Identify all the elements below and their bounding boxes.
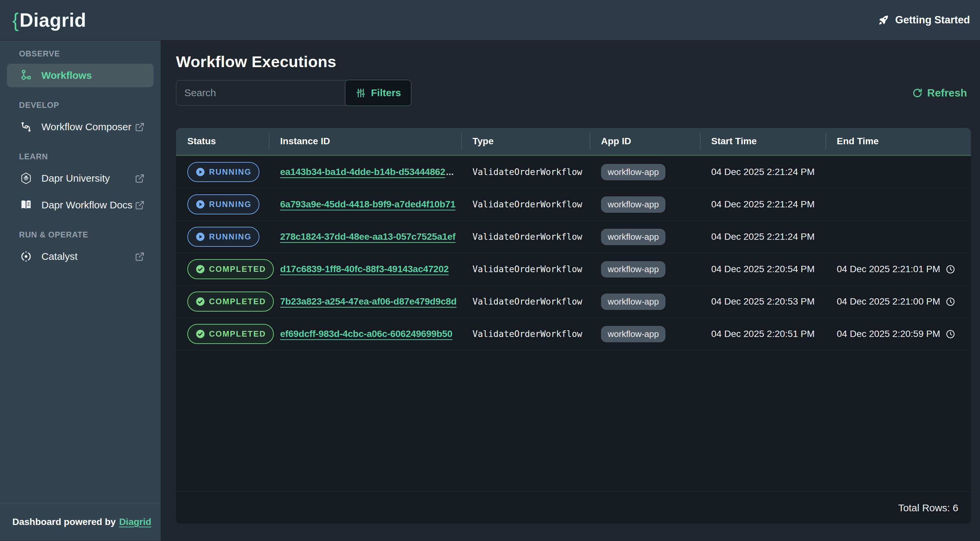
total-rows-label: Total Rows: 6 <box>898 502 958 514</box>
play-circle-icon <box>195 232 205 242</box>
end-time-value: 04 Dec 2025 2:21:01 PM <box>837 264 940 275</box>
status-cell: COMPLETED <box>176 291 269 312</box>
check-circle-icon <box>195 264 205 274</box>
sidebar-item-label: Workflow Composer <box>41 121 132 132</box>
app-id-cell: workflow-app <box>590 326 700 342</box>
start-time-cell: 04 Dec 2025 2:20:54 PM <box>700 264 826 275</box>
diagrid-footer-link[interactable]: Diagrid <box>119 517 151 527</box>
filters-button[interactable]: Filters <box>345 80 411 106</box>
search-input[interactable] <box>176 80 349 105</box>
status-label: COMPLETED <box>209 297 266 306</box>
main-content: Workflow Executions Filters <box>161 40 980 541</box>
refresh-button[interactable]: Refresh <box>912 87 967 99</box>
workflow-executions-table: Status Instance ID Type App ID Start Tim… <box>176 128 971 523</box>
column-header-end-time: End Time <box>826 128 971 154</box>
sidebar-section-learn: LEARN <box>0 152 161 161</box>
column-header-start-time: Start Time <box>700 128 826 154</box>
table-row: COMPLETED ef69dcff-983d-4cbc-a06c-606249… <box>176 318 971 350</box>
search-and-filters: Filters <box>176 80 411 106</box>
instance-id-link[interactable]: ea143b34-ba1d-4dde-b14b-d53444862 <box>280 167 445 177</box>
table-row: RUNNING 278c1824-37dd-48ee-aa13-057c7525… <box>176 221 971 253</box>
column-header-status: Status <box>176 128 269 154</box>
column-header-instance-id: Instance ID <box>269 128 461 154</box>
start-time-cell: 04 Dec 2025 2:21:24 PM <box>700 231 826 242</box>
end-time-value: 04 Dec 2025 2:20:59 PM <box>837 329 940 339</box>
sliders-icon <box>355 88 366 99</box>
instance-id-ellipsis: ... <box>446 167 454 177</box>
status-label: RUNNING <box>209 232 251 242</box>
rocket-icon <box>877 14 889 26</box>
status-badge: RUNNING <box>187 194 259 215</box>
clock-icon <box>945 296 956 307</box>
external-link-icon <box>135 173 145 184</box>
status-label: COMPLETED <box>209 264 266 274</box>
app-id-badge: workflow-app <box>601 261 665 277</box>
instance-id-cell: d17c6839-1ff8-40fc-88f3-49143ac47202 <box>269 264 461 275</box>
play-circle-icon <box>195 167 205 177</box>
status-badge: COMPLETED <box>187 259 274 279</box>
filters-label: Filters <box>371 87 401 99</box>
table-body: RUNNING ea143b34-ba1d-4dde-b14b-d5344486… <box>176 156 971 492</box>
sidebar-section-observe: OBSERVE <box>0 49 161 59</box>
app-id-cell: workflow-app <box>590 261 700 277</box>
start-time-cell: 04 Dec 2025 2:20:53 PM <box>700 296 826 307</box>
instance-id-link[interactable]: 7b23a823-a254-47ea-af06-d87e479d9c8d <box>280 296 457 307</box>
app-id-cell: workflow-app <box>590 229 700 245</box>
check-circle-icon <box>195 296 205 307</box>
table-footer: Total Rows: 6 <box>176 492 971 523</box>
start-time-value: 04 Dec 2025 2:20:51 PM <box>711 329 815 339</box>
route-icon <box>20 121 32 133</box>
sidebar-footer: Dashboard powered by Diagrid <box>0 503 161 541</box>
column-header-type: Type <box>461 128 590 154</box>
sidebar-item-workflows[interactable]: Workflows <box>7 64 154 87</box>
sidebar-section-develop: DEVELOP <box>0 100 161 110</box>
powered-by-text: Dashboard powered by <box>12 517 116 527</box>
sidebar-item-dapr-university[interactable]: Dapr University <box>7 167 154 190</box>
end-time-cell: 04 Dec 2025 2:21:01 PM <box>826 264 971 275</box>
instance-id-link[interactable]: 278c1824-37dd-48ee-aa13-057c7525a1ef <box>280 231 455 242</box>
diagrid-logo[interactable]: { Diagrid <box>12 9 86 31</box>
table-row: RUNNING ea143b34-ba1d-4dde-b14b-d5344486… <box>176 156 971 188</box>
status-cell: RUNNING <box>176 162 269 182</box>
start-time-cell: 04 Dec 2025 2:21:24 PM <box>700 199 826 210</box>
start-time-value: 04 Dec 2025 2:21:24 PM <box>711 167 815 177</box>
status-cell: RUNNING <box>176 227 269 247</box>
status-badge: COMPLETED <box>187 291 274 312</box>
sidebar-item-workflow-composer[interactable]: Workflow Composer <box>7 115 154 138</box>
getting-started-label: Getting Started <box>895 14 970 26</box>
instance-id-cell: ef69dcff-983d-4cbc-a06c-606249699b50 <box>269 329 461 339</box>
refresh-icon <box>912 88 923 99</box>
type-value: ValidateOrderWorkflow <box>473 167 582 177</box>
instance-id-cell: 7b23a823-a254-47ea-af06-d87e479d9c8d <box>269 296 461 307</box>
sidebar-section-run-operate: RUN & OPERATE <box>0 230 161 239</box>
sidebar-item-catalyst[interactable]: Catalyst <box>7 245 154 268</box>
instance-id-cell: 6a793a9e-45dd-4418-b9f9-a7ded4f10b71 <box>269 199 461 210</box>
type-value: ValidateOrderWorkflow <box>473 199 582 209</box>
sidebar-item-dapr-workflow-docs[interactable]: Dapr Workflow Docs <box>7 193 154 217</box>
workflow-icon <box>20 69 32 82</box>
status-cell: COMPLETED <box>176 324 269 344</box>
app-id-cell: workflow-app <box>590 164 700 180</box>
dapr-university-icon <box>20 172 32 185</box>
sidebar-item-label: Dapr Workflow Docs <box>41 199 132 211</box>
status-label: RUNNING <box>209 200 251 209</box>
app-id-badge: workflow-app <box>601 196 665 213</box>
app-shell: OBSERVE Workflows DEVELOP <box>0 40 980 541</box>
page-title: Workflow Executions <box>176 53 971 71</box>
logo-text: Diagrid <box>20 9 86 31</box>
clock-icon <box>945 264 956 275</box>
instance-id-link[interactable]: d17c6839-1ff8-40fc-88f3-49143ac47202 <box>280 264 449 275</box>
check-circle-icon <box>195 329 205 339</box>
app-id-badge: workflow-app <box>601 326 665 342</box>
instance-id-link[interactable]: 6a793a9e-45dd-4418-b9f9-a7ded4f10b71 <box>280 199 455 210</box>
start-time-value: 04 Dec 2025 2:20:53 PM <box>711 296 815 307</box>
status-cell: RUNNING <box>176 194 269 215</box>
external-link-icon <box>135 200 145 210</box>
type-cell: ValidateOrderWorkflow <box>461 232 590 242</box>
instance-id-cell: 278c1824-37dd-48ee-aa13-057c7525a1ef <box>269 231 461 242</box>
instance-id-link[interactable]: ef69dcff-983d-4cbc-a06c-606249699b50 <box>280 329 452 339</box>
getting-started-button[interactable]: Getting Started <box>877 14 970 26</box>
type-cell: ValidateOrderWorkflow <box>461 264 590 274</box>
book-icon <box>20 199 32 212</box>
sidebar-item-label: Dapr University <box>41 173 110 184</box>
